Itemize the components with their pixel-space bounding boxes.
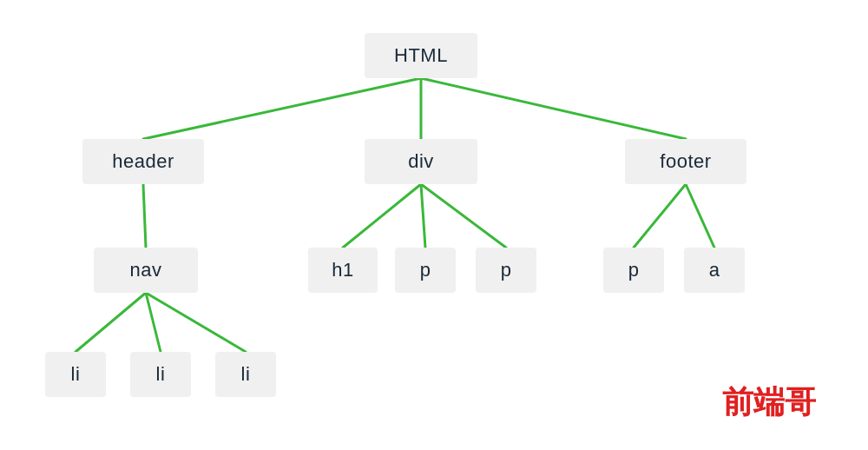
svg-line-9 — [76, 293, 146, 352]
svg-line-6 — [421, 184, 506, 248]
svg-line-5 — [421, 184, 425, 248]
node-li3: li — [215, 352, 276, 397]
node-p1: p — [395, 248, 456, 293]
watermark: 前端哥 — [722, 381, 816, 424]
svg-line-8 — [686, 184, 714, 248]
svg-line-7 — [634, 184, 686, 248]
node-li2: li — [130, 352, 191, 397]
svg-line-4 — [343, 184, 421, 248]
node-div: div — [365, 139, 477, 184]
node-h1: h1 — [308, 248, 378, 293]
node-nav: nav — [94, 248, 198, 293]
node-p2: p — [476, 248, 536, 293]
node-header: header — [82, 139, 204, 184]
node-fa: a — [684, 248, 745, 293]
svg-line-10 — [146, 293, 161, 352]
svg-line-11 — [146, 293, 246, 352]
node-fp: p — [603, 248, 664, 293]
node-html: HTML — [365, 33, 477, 78]
node-li1: li — [45, 352, 106, 397]
svg-line-2 — [421, 78, 686, 139]
node-footer: footer — [625, 139, 746, 184]
svg-line-3 — [143, 184, 146, 248]
svg-line-0 — [143, 78, 421, 139]
